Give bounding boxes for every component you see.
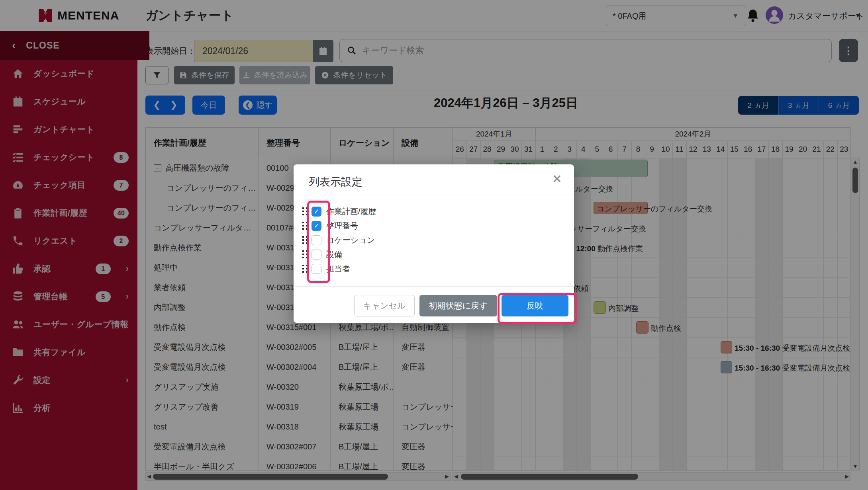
column-checkbox-label: 作業計画/履歴 [326,206,376,217]
column-checkbox-label: ロケーション [326,235,375,246]
divider [294,286,574,287]
column-checkbox-label: 整理番号 [326,221,358,231]
column-toggle-row: 担当者 [294,262,574,276]
annotation-highlight-apply-button [498,293,577,324]
close-icon[interactable]: ✕ [552,173,562,185]
column-toggle-row: ロケーション [294,233,574,247]
column-toggle-row: ✓整理番号 [294,219,574,233]
column-toggle-row: 設備 [294,247,574,262]
restore-default-button[interactable]: 初期状態に戻す [419,295,497,316]
column-toggle-row: ✓作業計画/履歴 [294,204,574,219]
cancel-button[interactable]: キャンセル [354,295,415,316]
annotation-highlight-checkboxes [307,201,330,283]
divider [294,195,574,195]
cancel-label: キャンセル [363,300,406,311]
restore-default-label: 初期状態に戻す [429,300,488,311]
modal-title: 列表示設定 [309,175,362,189]
